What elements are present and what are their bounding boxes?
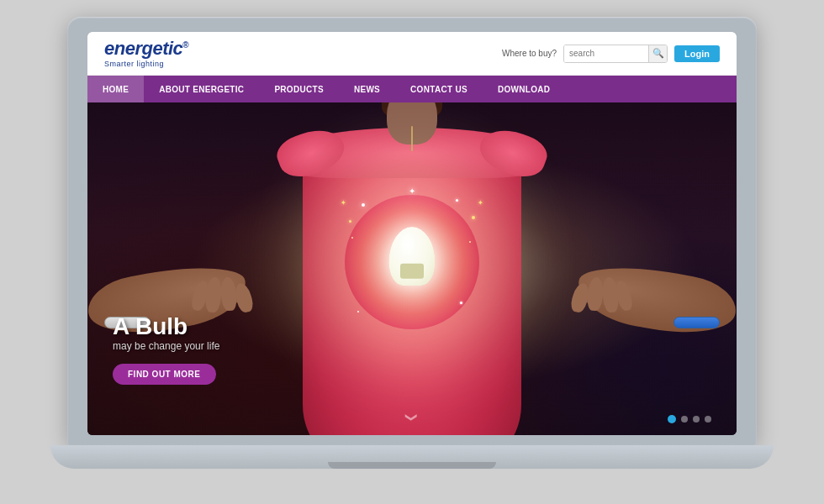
login-button[interactable]: Login — [674, 45, 720, 62]
logo-tagline: Smarter lighting — [104, 60, 188, 68]
dot-2[interactable] — [681, 416, 688, 423]
nav-item-contact[interactable]: CONTACT US — [395, 76, 483, 102]
dot-3[interactable] — [693, 416, 700, 423]
dot-4[interactable] — [705, 416, 711, 423]
scroll-indicator: ❯ — [407, 410, 417, 425]
website: energetic® Smarter lighting Where to buy… — [87, 32, 737, 435]
nav-item-download[interactable]: DOWNLOAD — [483, 76, 565, 102]
hero-text: A Bulb may be change your life FIND OUT … — [113, 314, 219, 385]
dots-indicator — [668, 415, 711, 423]
laptop-container: energetic® Smarter lighting Where to buy… — [50, 17, 774, 487]
logo-area: energetic® Smarter lighting — [104, 39, 188, 68]
brand-name: energetic — [104, 38, 182, 59]
logo-brand: energetic® — [104, 39, 188, 58]
search-input[interactable] — [564, 45, 648, 62]
header-right: Where to buy? 🔍 Login — [502, 45, 720, 63]
where-to-buy-label: Where to buy? — [502, 49, 557, 58]
laptop-base — [50, 445, 774, 469]
header: energetic® Smarter lighting Where to buy… — [87, 32, 737, 76]
search-box[interactable]: 🔍 — [563, 45, 668, 63]
registered-mark: ® — [182, 39, 188, 49]
dot-1[interactable] — [668, 415, 676, 423]
nav-item-about[interactable]: ABOUT ENERGETIC — [144, 76, 259, 102]
search-button[interactable]: 🔍 — [648, 45, 667, 62]
hero-section: ✦ ✦ ✦ A Bulb may be change your life FIN… — [87, 102, 737, 435]
nav-item-home[interactable]: HOME — [87, 76, 144, 102]
laptop-screen-bezel: energetic® Smarter lighting Where to buy… — [87, 32, 737, 435]
laptop-screen-outer: energetic® Smarter lighting Where to buy… — [67, 17, 757, 445]
hero-title: A Bulb — [113, 314, 219, 340]
nav-item-products[interactable]: PRODUCTS — [259, 76, 339, 102]
hero-subtitle: may be change your life — [113, 340, 219, 352]
nav-item-news[interactable]: NEWS — [339, 76, 395, 102]
nav-bar: HOME ABOUT ENERGETIC PRODUCTS NEWS CONTA… — [87, 76, 737, 102]
find-out-more-button[interactable]: FIND OUT MORE — [113, 364, 216, 385]
